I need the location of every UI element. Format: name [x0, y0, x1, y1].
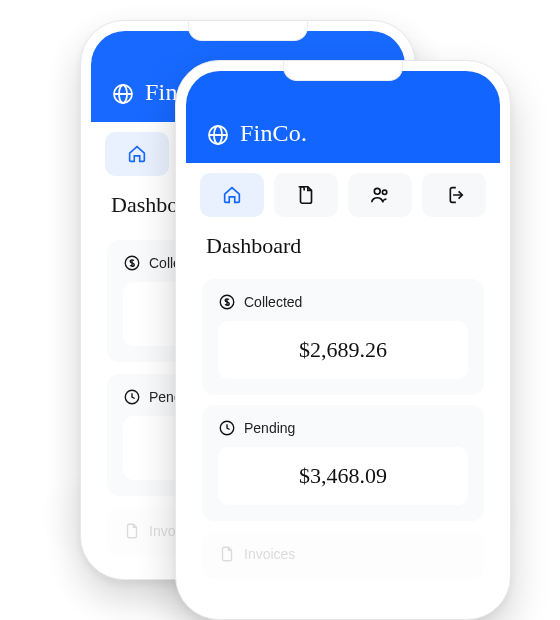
- card-collected: Collected $2,689.26: [202, 279, 484, 395]
- nav-home[interactable]: [200, 173, 264, 217]
- dollar-circle-icon: [218, 293, 236, 311]
- card-pending-header: Pending: [218, 419, 468, 437]
- svg-point-12: [382, 190, 386, 194]
- globe-icon: [206, 123, 230, 147]
- card-collected-value: $2,689.26: [218, 321, 468, 379]
- globe-icon: [111, 82, 135, 106]
- users-icon: [369, 184, 391, 206]
- screen-front: FinCo. Dashboard Collected: [186, 71, 500, 609]
- nav-logout[interactable]: [422, 173, 486, 217]
- nav-bar: [186, 163, 500, 227]
- logout-icon: [443, 184, 465, 206]
- card-pending: Pending $3,468.09: [202, 405, 484, 521]
- card-collected-header: Collected: [218, 293, 468, 311]
- card-invoices: Invoices: [202, 531, 484, 579]
- card-collected-label: Collected: [244, 294, 302, 310]
- card-pending-label: Pending: [244, 420, 295, 436]
- card-invoices-label: Invoices: [244, 546, 295, 562]
- dollar-circle-icon: [123, 254, 141, 272]
- invoices-icon: [218, 545, 236, 563]
- svg-point-11: [374, 188, 380, 194]
- phone-notch: [188, 21, 308, 41]
- documents-icon: [295, 184, 317, 206]
- home-icon: [126, 143, 148, 165]
- app-header: FinCo.: [186, 71, 500, 163]
- clock-icon: [218, 419, 236, 437]
- clock-icon: [123, 388, 141, 406]
- home-icon: [221, 184, 243, 206]
- phone-mockup-front: FinCo. Dashboard Collected: [175, 60, 511, 620]
- nav-users[interactable]: [348, 173, 412, 217]
- nav-home[interactable]: [105, 132, 169, 176]
- content: Dashboard Collected $2,689.26 Pending $3…: [186, 227, 500, 595]
- card-invoices-header: Invoices: [218, 545, 468, 563]
- nav-documents[interactable]: [274, 173, 338, 217]
- invoices-icon: [123, 522, 141, 540]
- brand-name: FinCo.: [240, 120, 307, 147]
- card-pending-value: $3,468.09: [218, 447, 468, 505]
- phone-notch: [283, 61, 403, 81]
- page-title: Dashboard: [202, 227, 484, 269]
